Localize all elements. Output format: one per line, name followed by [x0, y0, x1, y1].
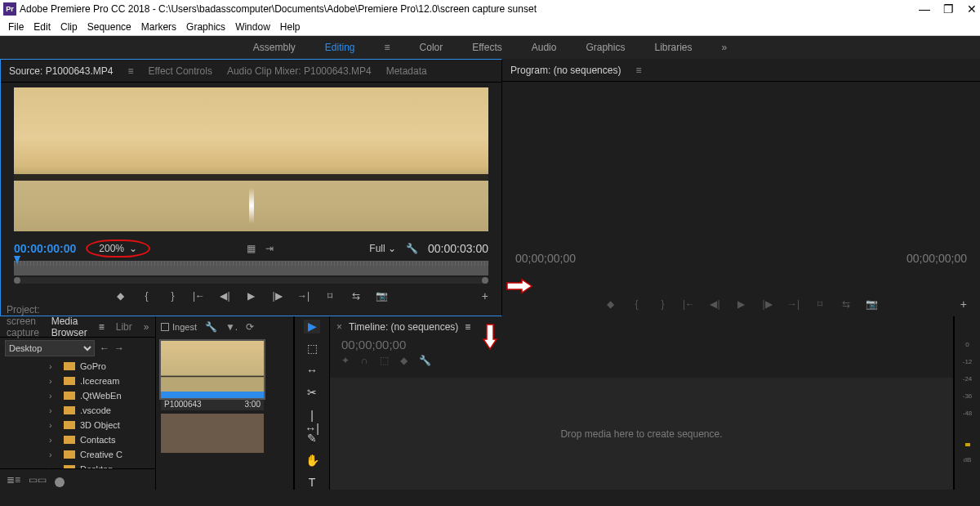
source-timecode-current[interactable]: 00:00:00:00 [14, 242, 76, 255]
thumb-view-icon[interactable]: ▭▭ [29, 474, 47, 486]
nav-back-icon[interactable]: ← [100, 343, 109, 354]
close-tab-icon[interactable]: × [336, 321, 342, 333]
source-zoom-scroll[interactable] [14, 277, 488, 284]
mark-out-icon[interactable]: } [657, 298, 670, 310]
ingest-checkbox[interactable]: Ingest [161, 322, 197, 332]
window-minimize-button[interactable]: — [919, 2, 930, 16]
workspace-effects[interactable]: Effects [472, 42, 501, 53]
folder-item[interactable]: ›.vscode [0, 403, 155, 418]
settings-wrench-icon[interactable]: 🔧 [406, 243, 418, 254]
mark-in-icon[interactable]: { [140, 290, 154, 302]
menu-edit[interactable]: Edit [29, 20, 56, 34]
overwrite-icon[interactable]: ⇆ [350, 290, 363, 302]
source-panel-menu-icon[interactable]: ≡ [127, 65, 133, 77]
step-back-icon[interactable]: ◀| [709, 298, 722, 310]
menu-graphics[interactable]: Graphics [181, 20, 230, 34]
workspace-graphics[interactable]: Graphics [586, 42, 625, 53]
insert-icon[interactable]: ⌑ [323, 290, 336, 302]
timeline-icon[interactable]: ✦ [341, 355, 350, 366]
extract-icon[interactable]: ⇆ [840, 298, 853, 310]
ripple-edit-tool-icon[interactable]: ↔ [304, 364, 320, 378]
source-option-icon-a[interactable]: ▦ [247, 243, 256, 254]
track-select-tool-icon[interactable]: ⬚ [304, 342, 320, 356]
go-to-out-icon[interactable]: →| [787, 298, 800, 310]
source-time-ruler[interactable] [14, 261, 488, 275]
workspace-libraries[interactable]: Libraries [654, 42, 692, 53]
play-icon[interactable]: ▶ [245, 290, 258, 302]
add-marker-icon[interactable]: ◆ [400, 355, 408, 366]
step-forward-icon[interactable]: |▶ [761, 298, 774, 310]
refresh-icon[interactable]: ⟳ [246, 321, 254, 333]
button-editor-plus-icon[interactable]: + [960, 298, 967, 311]
media-clip[interactable]: P10006433:00 [161, 341, 264, 410]
mark-in-icon[interactable]: { [630, 298, 644, 310]
window-maximize-button[interactable]: ❐ [943, 2, 954, 16]
tab-timeline[interactable]: Timeline: (no sequences) [349, 321, 458, 333]
mark-out-icon[interactable]: } [167, 290, 180, 302]
folder-item[interactable]: ›Contacts [0, 432, 155, 447]
program-panel-menu-icon[interactable]: ≡ [635, 65, 641, 76]
timeline-panel-menu-icon[interactable]: ≡ [465, 321, 470, 333]
tab-libraries[interactable]: Libr [116, 321, 132, 333]
menu-help[interactable]: Help [275, 20, 305, 34]
play-icon[interactable]: ▶ [735, 298, 748, 310]
media-clip[interactable] [161, 414, 264, 453]
folder-item[interactable]: ›3D Object [0, 418, 155, 432]
workspace-color[interactable]: Color [420, 42, 443, 53]
go-to-in-icon[interactable]: |← [683, 298, 696, 310]
folder-item[interactable]: ›.Icecream [0, 374, 155, 388]
tab-metadata[interactable]: Metadata [386, 65, 427, 77]
source-monitor[interactable] [14, 87, 488, 231]
step-forward-icon[interactable]: |▶ [271, 290, 284, 302]
linked-selection-icon[interactable]: ⬚ [380, 355, 389, 366]
workspace-audio[interactable]: Audio [532, 42, 557, 53]
menu-clip[interactable]: Clip [56, 20, 82, 34]
folder-item[interactable]: ›Desktop [0, 462, 155, 468]
tab-media-browser[interactable]: Media Browser [51, 316, 87, 338]
workspace-overflow-icon[interactable]: » [721, 42, 727, 53]
pen-tool-icon[interactable]: ✎ [304, 432, 320, 446]
list-view-icon[interactable]: ≣≡ [7, 474, 20, 486]
export-frame-icon[interactable]: 📷 [866, 298, 879, 310]
program-timecode-left[interactable]: 00;00;00;00 [515, 252, 576, 265]
project-overflow-icon[interactable]: » [144, 321, 149, 333]
menu-markers[interactable]: Markers [136, 20, 181, 34]
menu-file[interactable]: File [3, 20, 29, 34]
button-editor-plus-icon[interactable]: + [482, 289, 488, 302]
menu-sequence[interactable]: Sequence [82, 20, 136, 34]
tab-effect-controls[interactable]: Effect Controls [148, 65, 212, 77]
nav-forward-icon[interactable]: → [114, 343, 124, 354]
selection-tool-icon[interactable]: ▶ [304, 320, 320, 334]
filter-icon[interactable]: ▼. [225, 321, 238, 333]
timeline-drop-hint[interactable]: Drop media here to create sequence. [330, 378, 953, 490]
zoom-level-dropdown[interactable]: 200% ⌄ [86, 240, 150, 257]
go-to-out-icon[interactable]: →| [297, 290, 310, 302]
folder-item[interactable]: ›Creative C [0, 447, 155, 462]
export-frame-icon[interactable]: 📷 [376, 290, 389, 302]
lift-icon[interactable]: ⌑ [813, 298, 826, 310]
project-panel-menu-icon[interactable]: ≡ [99, 321, 105, 333]
fit-dropdown[interactable]: Full ⌄ [369, 243, 396, 254]
source-option-icon-b[interactable]: ⇥ [265, 243, 274, 254]
tab-program[interactable]: Program: (no sequences) [510, 65, 621, 76]
workspace-menu-icon[interactable]: ≡ [385, 42, 390, 53]
location-dropdown[interactable]: Desktop [5, 340, 95, 356]
workspace-editing[interactable]: Editing [325, 42, 355, 53]
folder-item[interactable]: ›GoPro [0, 359, 155, 374]
snap-icon[interactable]: ∩ [361, 355, 368, 366]
menu-window[interactable]: Window [230, 20, 275, 34]
timeline-timecode[interactable]: 00;00;00;00 [330, 338, 953, 352]
step-back-icon[interactable]: ◀| [219, 290, 232, 302]
wrench-icon[interactable]: 🔧 [205, 321, 217, 333]
go-to-in-icon[interactable]: |← [193, 290, 206, 302]
window-close-button[interactable]: ✕ [967, 2, 977, 16]
folder-item[interactable]: ›.QtWebEn [0, 388, 155, 403]
hand-tool-icon[interactable]: ✋ [304, 454, 320, 468]
type-tool-icon[interactable]: T [304, 476, 320, 490]
add-marker-icon[interactable]: ◆ [604, 298, 617, 310]
tab-audio-clip-mixer[interactable]: Audio Clip Mixer: P1000643.MP4 [227, 65, 372, 77]
tab-source[interactable]: Source: P1000643.MP4 [9, 65, 113, 77]
slip-tool-icon[interactable]: |↔| [304, 409, 320, 423]
timeline-settings-icon[interactable]: 🔧 [419, 355, 431, 366]
add-marker-icon[interactable]: ◆ [114, 290, 127, 302]
